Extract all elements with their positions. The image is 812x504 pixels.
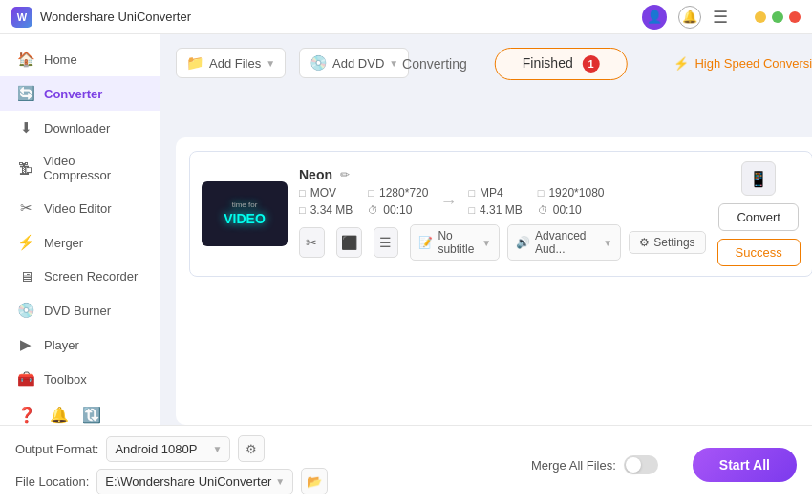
tab-converting[interactable]: Converting — [374, 49, 495, 79]
source-resolution-item: □ 1280*720 — [368, 186, 428, 200]
title-bar-icons: 👤 🔔 ☰ — [642, 5, 728, 30]
source-size-item: □ 3.34 MB — [299, 203, 353, 217]
output-format-value: Android 1080P — [115, 442, 197, 456]
source-size: 3.34 MB — [310, 203, 353, 217]
sidebar-label-toolbox: Toolbox — [44, 372, 87, 387]
resolution-icon: □ — [368, 187, 374, 199]
sidebar-item-video-editor[interactable]: ✂ Video Editor — [0, 191, 160, 225]
source-resolution: 1280*720 — [379, 186, 428, 200]
file-source: □ MOV □ 3.34 MB □ — [299, 186, 428, 217]
sidebar-label-player: Player — [44, 338, 79, 352]
window-controls — [755, 11, 801, 23]
target-format: MP4 — [480, 186, 503, 200]
file-actions: 📱 Convert Success — [717, 161, 801, 266]
file-target: □ MP4 □ 4.31 MB □ — [468, 186, 604, 217]
convert-button[interactable]: Convert — [718, 203, 799, 231]
toolbox-icon: 🧰 — [17, 370, 34, 388]
tab-finished-badge: 1 — [583, 55, 600, 73]
target-resolution-icon: □ — [538, 187, 545, 199]
sidebar-item-downloader[interactable]: ⬇ Downloader — [0, 111, 160, 145]
file-location-value: E:\Wondershare UniConverter — [105, 474, 271, 489]
close-button[interactable] — [789, 11, 801, 23]
downloader-icon: ⬇ — [17, 119, 34, 136]
add-dvd-icon: 💿 — [310, 54, 328, 72]
sidebar-label-downloader: Downloader — [44, 121, 110, 136]
file-bottom-row: ✂ ⬛ ☰ 📝 No subtitle ▼ 🔊 Advanced Aud... … — [299, 224, 706, 261]
subtitle-select[interactable]: 📝 No subtitle ▼ — [410, 224, 500, 261]
start-all-button[interactable]: Start All — [693, 448, 797, 482]
sidebar-bottom: ❓ 🔔 🔃 — [0, 396, 160, 425]
user-icon[interactable]: 👤 — [642, 5, 667, 30]
converter-icon: 🔄 — [17, 85, 34, 102]
maximize-button[interactable] — [772, 11, 783, 23]
menu-icon[interactable]: ☰ — [713, 7, 728, 28]
source-duration: 00:10 — [383, 203, 412, 217]
output-format-settings-icon[interactable]: ⚙ — [238, 435, 265, 462]
add-files-button[interactable]: 📁 Add Files ▼ — [176, 48, 286, 78]
title-bar: W Wondershare UniConverter 👤 🔔 ☰ — [0, 0, 812, 34]
sidebar: 🏠 Home 🔄 Converter ⬇ Downloader 🗜 Video … — [0, 34, 160, 425]
sidebar-item-merger[interactable]: ⚡ Merger — [0, 225, 160, 260]
sidebar-item-screen-recorder[interactable]: 🖥 Screen Recorder — [0, 260, 160, 293]
notification-icon[interactable]: 🔔 — [50, 406, 69, 424]
output-format-label: Output Format: — [15, 442, 98, 456]
bell-icon[interactable]: 🔔 — [678, 6, 701, 29]
cut-icon[interactable]: ✂ — [299, 227, 325, 258]
effects-icon[interactable]: ☰ — [374, 227, 399, 258]
dvd-burner-icon: 💿 — [17, 302, 34, 319]
file-list: time for VIDEO Neon ✏ — [176, 137, 812, 425]
merge-toggle-switch[interactable] — [624, 455, 658, 474]
file-location-row: File Location: E:\Wondershare UniConvert… — [15, 468, 512, 494]
format-icon: □ — [299, 187, 306, 199]
refresh-icon[interactable]: 🔃 — [82, 406, 101, 424]
help-icon[interactable]: ❓ — [17, 406, 36, 424]
target-duration: 00:10 — [553, 203, 582, 217]
target-col2: □ 1920*1080 ⏱ 00:10 — [538, 186, 605, 217]
file-thumbnail: time for VIDEO — [202, 181, 288, 246]
sidebar-label-compressor: Video Compressor — [43, 154, 142, 182]
thumbnail-text-small: time for — [224, 200, 266, 210]
device-icon[interactable]: 📱 — [741, 161, 776, 196]
file-location-chevron: ▼ — [275, 476, 285, 487]
file-location-select[interactable]: E:\Wondershare UniConverter ▼ — [96, 469, 293, 494]
convert-arrow: → — [439, 192, 457, 212]
audio-select[interactable]: 🔊 Advanced Aud... ▼ — [507, 224, 621, 261]
bottom-bar: Output Format: Android 1080P ▼ ⚙ File Lo… — [0, 425, 812, 504]
app-title: Wondershare UniConverter — [40, 10, 191, 24]
high-speed-conversion[interactable]: ⚡ High Speed Conversion — [673, 56, 812, 71]
tab-finished[interactable]: Finished 1 — [495, 48, 628, 80]
no-subtitle-icon: 📝 — [418, 236, 433, 249]
edit-icon[interactable]: ✏ — [340, 168, 350, 181]
sidebar-item-home[interactable]: 🏠 Home — [0, 42, 160, 76]
merger-icon: ⚡ — [17, 234, 34, 251]
output-format-select[interactable]: Android 1080P ▼ — [106, 436, 230, 462]
lightning-icon: ⚡ — [673, 56, 689, 71]
source-format-item: □ MOV — [299, 186, 353, 200]
compressor-icon: 🗜 — [17, 160, 33, 177]
sidebar-item-video-compressor[interactable]: 🗜 Video Compressor — [0, 145, 160, 191]
sidebar-label-dvd-burner: DVD Burner — [44, 304, 111, 318]
success-button[interactable]: Success — [717, 239, 801, 266]
file-location-folder-icon[interactable]: 📂 — [301, 468, 328, 494]
target-col1: □ MP4 □ 4.31 MB — [468, 186, 522, 217]
sidebar-item-converter[interactable]: 🔄 Converter — [0, 76, 160, 111]
target-duration-item: ⏱ 00:10 — [538, 203, 605, 217]
file-info: Neon ✏ □ MOV □ — [299, 167, 706, 261]
merge-all-files: Merge All Files: — [531, 455, 658, 474]
merge-all-label: Merge All Files: — [531, 458, 616, 472]
sidebar-item-dvd-burner[interactable]: 💿 DVD Burner — [0, 293, 160, 327]
file-meta-row: □ MOV □ 3.34 MB □ — [299, 186, 706, 217]
crop-icon[interactable]: ⬛ — [336, 227, 362, 258]
settings-button[interactable]: ⚙ Settings — [629, 231, 705, 254]
target-format-item: □ MP4 — [468, 186, 522, 200]
duration-icon: ⏱ — [368, 204, 378, 216]
add-files-icon: 📁 — [186, 54, 204, 72]
sidebar-item-toolbox[interactable]: 🧰 Toolbox — [0, 362, 160, 396]
sidebar-item-player[interactable]: ▶ Player — [0, 327, 160, 362]
minimize-button[interactable] — [755, 11, 766, 23]
settings-gear-icon: ⚙ — [639, 236, 650, 249]
target-format-icon: □ — [468, 187, 475, 199]
main-layout: 🏠 Home 🔄 Converter ⬇ Downloader 🗜 Video … — [0, 34, 812, 425]
add-files-label: Add Files — [209, 56, 261, 71]
sidebar-label-converter: Converter — [44, 87, 102, 101]
